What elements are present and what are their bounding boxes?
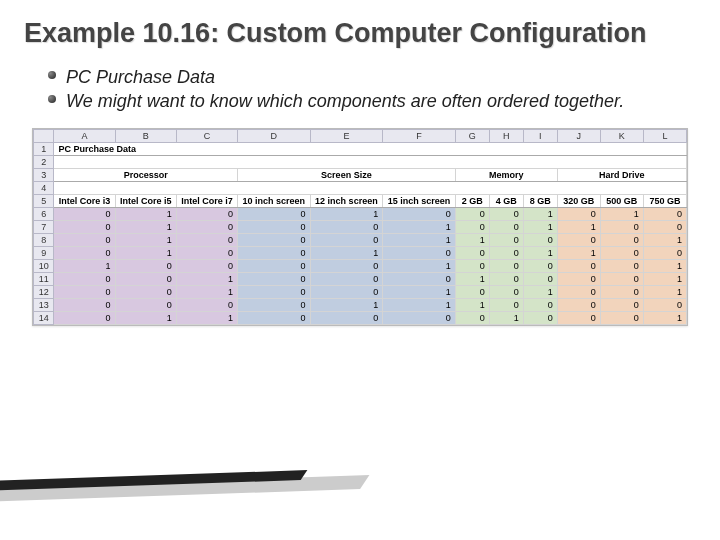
column-subheader: Intel Core i7 [176, 194, 237, 207]
data-cell: 0 [310, 259, 383, 272]
data-cell: 0 [600, 285, 643, 298]
col-header: H [489, 129, 523, 142]
col-header: G [455, 129, 489, 142]
data-cell: 0 [383, 272, 456, 285]
data-cell: 1 [310, 298, 383, 311]
data-cell: 0 [489, 207, 523, 220]
data-cell: 0 [455, 207, 489, 220]
data-cell: 0 [54, 233, 115, 246]
data-cell: 0 [523, 298, 557, 311]
column-subheader: Intel Core i3 [54, 194, 115, 207]
data-cell: 0 [54, 207, 115, 220]
data-cell: 0 [600, 220, 643, 233]
column-subheader: 2 GB [455, 194, 489, 207]
column-subheader: Intel Core i5 [115, 194, 176, 207]
data-cell: 0 [310, 233, 383, 246]
row-header: 1 [34, 142, 54, 155]
row-header: 12 [34, 285, 54, 298]
data-cell: 0 [54, 311, 115, 324]
data-cell: 1 [455, 233, 489, 246]
data-cell: 0 [600, 272, 643, 285]
data-cell: 0 [238, 233, 311, 246]
group-header: Screen Size [238, 168, 456, 181]
spreadsheet-screenshot: ABCDEFGHIJKL1PC Purchase Data23Processor… [32, 128, 688, 326]
data-cell: 0 [489, 298, 523, 311]
data-cell: 0 [643, 220, 686, 233]
bullet-item: We might want to know which components a… [48, 89, 696, 113]
data-cell: 0 [238, 259, 311, 272]
data-cell: 1 [310, 207, 383, 220]
corner-cell [34, 129, 54, 142]
row-header: 8 [34, 233, 54, 246]
data-cell: 0 [238, 207, 311, 220]
data-cell: 1 [115, 233, 176, 246]
column-subheader: 320 GB [557, 194, 600, 207]
row-header: 4 [34, 181, 54, 194]
data-cell: 0 [383, 207, 456, 220]
data-cell: 0 [455, 259, 489, 272]
data-cell: 0 [176, 298, 237, 311]
column-subheader: 4 GB [489, 194, 523, 207]
col-header: J [557, 129, 600, 142]
col-header: I [523, 129, 557, 142]
data-cell: 0 [489, 285, 523, 298]
col-header: C [176, 129, 237, 142]
data-cell: 1 [643, 285, 686, 298]
data-cell: 1 [455, 272, 489, 285]
data-cell: 0 [238, 311, 311, 324]
data-cell: 1 [523, 207, 557, 220]
col-header: L [643, 129, 686, 142]
data-cell: 1 [523, 220, 557, 233]
row-header: 5 [34, 194, 54, 207]
data-cell: 1 [310, 246, 383, 259]
data-cell: 1 [643, 272, 686, 285]
column-subheader: 500 GB [600, 194, 643, 207]
data-cell: 1 [383, 259, 456, 272]
data-cell: 0 [600, 298, 643, 311]
data-cell: 0 [383, 246, 456, 259]
data-cell: 0 [310, 272, 383, 285]
column-subheader: 15 inch screen [383, 194, 456, 207]
data-cell: 0 [310, 285, 383, 298]
group-header: Processor [54, 168, 238, 181]
col-header: F [383, 129, 456, 142]
sheet-title-cell: PC Purchase Data [54, 142, 687, 155]
data-cell: 0 [643, 207, 686, 220]
data-cell: 0 [176, 259, 237, 272]
data-cell: 0 [115, 298, 176, 311]
data-cell: 0 [54, 272, 115, 285]
data-cell: 0 [115, 272, 176, 285]
data-cell: 0 [523, 233, 557, 246]
data-cell: 1 [600, 207, 643, 220]
data-cell: 1 [383, 298, 456, 311]
data-cell: 0 [455, 220, 489, 233]
blank-cell [54, 155, 687, 168]
group-header: Memory [455, 168, 557, 181]
data-cell: 0 [455, 311, 489, 324]
data-cell: 0 [557, 259, 600, 272]
data-cell: 0 [455, 246, 489, 259]
col-header: D [238, 129, 311, 142]
data-cell: 1 [115, 246, 176, 259]
data-cell: 1 [115, 207, 176, 220]
column-subheader: 10 inch screen [238, 194, 311, 207]
bullet-list: PC Purchase Data We might want to know w… [24, 65, 696, 114]
data-cell: 1 [176, 311, 237, 324]
data-cell: 0 [383, 311, 456, 324]
data-cell: 0 [523, 272, 557, 285]
slide-decoration [0, 434, 380, 504]
column-subheader: 12 inch screen [310, 194, 383, 207]
data-cell: 0 [557, 207, 600, 220]
data-cell: 0 [176, 233, 237, 246]
data-cell: 1 [523, 285, 557, 298]
data-cell: 0 [54, 246, 115, 259]
data-cell: 0 [489, 246, 523, 259]
data-cell: 0 [54, 298, 115, 311]
data-cell: 0 [489, 233, 523, 246]
row-header: 13 [34, 298, 54, 311]
data-cell: 1 [455, 298, 489, 311]
data-cell: 0 [238, 272, 311, 285]
data-cell: 0 [238, 285, 311, 298]
data-cell: 1 [383, 220, 456, 233]
spreadsheet-table: ABCDEFGHIJKL1PC Purchase Data23Processor… [33, 129, 687, 325]
